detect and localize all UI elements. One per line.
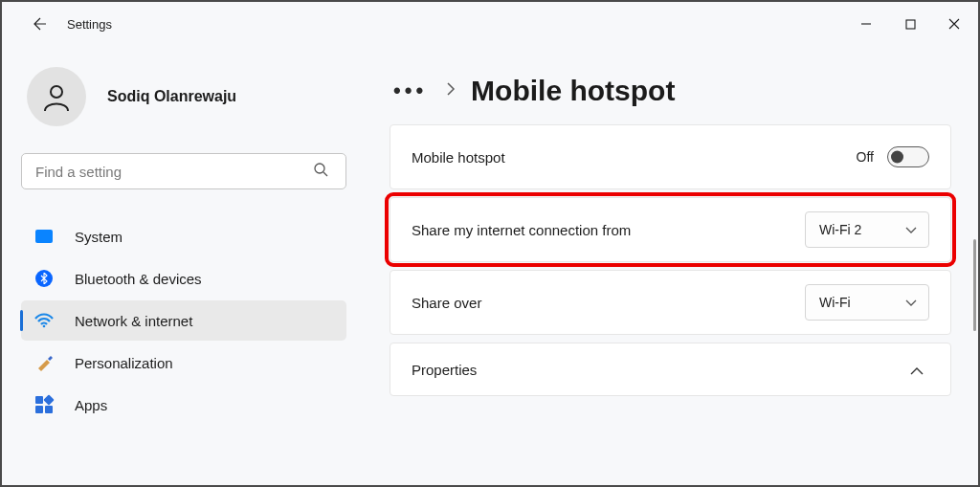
search-input[interactable] [21,153,346,189]
setting-row-hotspot[interactable]: Mobile hotspot Off [390,124,951,189]
hotspot-toggle[interactable] [887,146,929,167]
maximize-icon [905,19,916,30]
chevron-up-icon [910,362,924,378]
sidebar-item-label: Bluetooth & devices [75,271,202,287]
sidebar-item-label: Network & internet [75,313,192,329]
breadcrumb: ••• Mobile hotspot [390,75,951,107]
minimize-icon [860,18,872,30]
sidebar-item-bluetooth[interactable]: Bluetooth & devices [21,258,346,299]
app-title: Settings [67,17,112,32]
svg-rect-0 [906,20,915,29]
dropdown-value: Wi-Fi [819,295,851,310]
paintbrush-icon [34,353,54,372]
wifi-icon [34,311,54,330]
apps-icon [34,395,54,414]
chevron-right-icon [446,82,456,100]
arrow-left-icon [31,16,46,32]
user-name: Sodiq Olanrewaju [107,88,236,105]
svg-point-3 [43,325,46,328]
share-from-dropdown[interactable]: Wi-Fi 2 [805,211,929,248]
dropdown-value: Wi-Fi 2 [819,222,861,237]
setting-label: Share over [412,295,481,311]
sidebar-item-label: Personalization [75,355,173,371]
search-icon [313,162,328,181]
share-over-dropdown[interactable]: Wi-Fi [805,284,929,321]
sidebar: Sodiq Olanrewaju System Bluetooth & devi… [2,46,361,485]
sidebar-scrollbar[interactable] [973,239,976,331]
sidebar-item-system[interactable]: System [21,216,346,256]
page-title: Mobile hotspot [471,75,675,107]
toggle-state-label: Off [857,149,874,165]
bluetooth-icon [34,269,54,288]
close-icon [948,18,960,30]
breadcrumb-ellipsis[interactable]: ••• [390,80,431,101]
chevron-down-icon [905,295,917,310]
setting-label: Properties [412,362,477,378]
setting-row-share-from: Share my internet connection from Wi-Fi … [390,197,951,262]
sidebar-item-label: Apps [75,397,107,413]
system-icon [34,227,54,246]
main-panel: ••• Mobile hotspot Mobile hotspot Off Sh… [361,46,978,485]
setting-label: Mobile hotspot [412,149,505,166]
setting-row-share-over: Share over Wi-Fi [390,270,951,335]
chevron-down-icon [905,222,917,237]
back-button[interactable] [19,5,57,43]
svg-point-2 [315,164,324,173]
sidebar-item-network[interactable]: Network & internet [21,300,346,341]
close-button[interactable] [932,5,976,43]
minimize-button[interactable] [844,5,888,43]
person-icon [40,80,73,113]
maximize-button[interactable] [888,5,932,43]
sidebar-item-apps[interactable]: Apps [21,385,346,425]
setting-row-properties[interactable]: Properties [390,343,951,396]
user-profile[interactable]: Sodiq Olanrewaju [21,67,351,126]
setting-label: Share my internet connection from [412,222,631,238]
svg-point-1 [51,86,62,98]
avatar [27,67,86,126]
sidebar-item-label: System [75,229,122,245]
sidebar-item-personalization[interactable]: Personalization [21,343,346,383]
